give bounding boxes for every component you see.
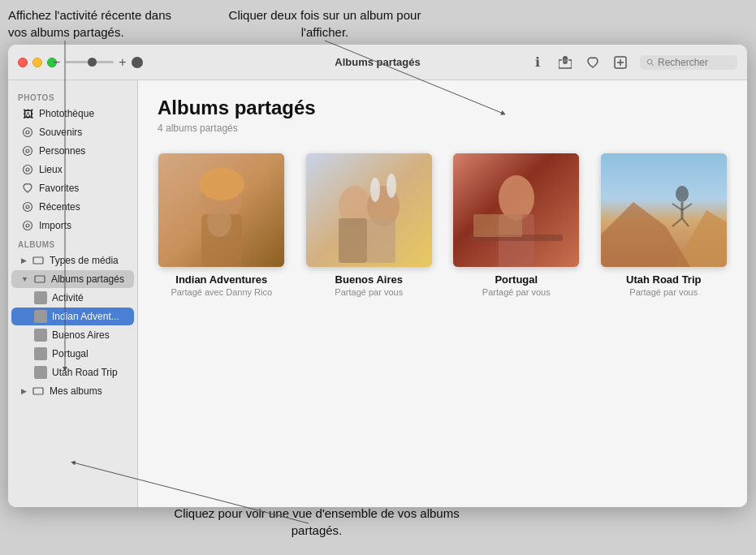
portugal-thumbnail — [34, 347, 47, 360]
search-box[interactable] — [640, 55, 737, 70]
album-indian-shared: Partagé avec Danny Rico — [171, 287, 272, 297]
zoom-slider-track[interactable] — [65, 61, 114, 63]
album-utah-name: Utah Road Trip — [626, 273, 701, 286]
albums-partages-icon — [33, 273, 46, 286]
search-icon — [646, 58, 654, 67]
buenos-thumbnail — [34, 329, 47, 342]
album-indian-thumb — [158, 153, 284, 267]
sidebar-item-phototheque[interactable]: 🖼 Photothèque — [11, 105, 134, 123]
view-mode-button[interactable] — [132, 57, 143, 68]
svg-point-30 — [370, 178, 380, 202]
album-portugal-name: Portugal — [495, 273, 538, 286]
personnes-icon — [21, 144, 34, 157]
window-title: Albums partagés — [335, 56, 420, 68]
close-button[interactable] — [18, 58, 28, 67]
add-button[interactable] — [612, 54, 629, 71]
page-subtitle: 4 albums partagés — [158, 123, 728, 134]
svg-rect-18 — [35, 276, 45, 282]
zoom-out-button[interactable]: − — [53, 55, 60, 70]
recentes-icon — [21, 200, 34, 213]
sidebar: Photos 🖼 Photothèque Souvenirs Personnes — [8, 80, 138, 507]
traffic-lights — [18, 58, 57, 67]
svg-point-16 — [26, 224, 29, 227]
svg-point-8 — [26, 131, 29, 134]
svg-point-15 — [24, 222, 32, 230]
sidebar-item-souvenirs[interactable]: Souvenirs — [11, 123, 134, 141]
album-portugal-thumb — [453, 153, 579, 267]
albums-grid: Indian Adventures Partagé avec Danny Ric… — [158, 153, 728, 297]
album-indian-name: Indian Adventures — [175, 273, 267, 286]
titlebar: − + Albums partagés ℹ — [8, 45, 747, 80]
album-portugal[interactable]: Portugal Partagé par vous — [452, 153, 581, 297]
sidebar-item-buenos[interactable]: Buenos Aires — [11, 326, 134, 344]
svg-rect-29 — [367, 218, 395, 263]
annotation-top-left: Affichez l'activité récente dans vos alb… — [8, 6, 187, 41]
sidebar-item-personnes[interactable]: Personnes — [11, 142, 134, 160]
sidebar-section-albums: Albums — [8, 235, 137, 251]
annotation-bottom: Cliquez pour voir une vue d'ensemble de … — [162, 505, 471, 539]
heart-button[interactable] — [585, 54, 601, 71]
album-utah-thumb — [601, 153, 727, 267]
svg-point-40 — [676, 186, 689, 202]
main-content: Albums partagés 4 albums partagés — [138, 80, 747, 507]
zoom-slider-thumb[interactable] — [88, 58, 97, 67]
svg-point-33 — [499, 175, 534, 221]
indian-thumbnail — [34, 310, 47, 323]
zoom-in-button[interactable]: + — [119, 55, 126, 70]
svg-point-7 — [24, 128, 32, 137]
zoom-slider-area: − + — [53, 55, 143, 70]
svg-line-6 — [651, 63, 654, 66]
sidebar-item-favorites[interactable]: Favorites — [11, 179, 134, 197]
chevron-down-icon: ▼ — [21, 275, 28, 283]
imports-icon — [21, 219, 34, 232]
sidebar-item-recentes[interactable]: Récentes — [11, 198, 134, 216]
svg-point-9 — [24, 147, 32, 156]
album-utah[interactable]: Utah Road Trip Partagé par vous — [600, 153, 728, 297]
album-portugal-shared: Partagé par vous — [482, 287, 551, 297]
sidebar-item-mes-albums[interactable]: ▶ Mes albums — [11, 382, 134, 400]
info-button[interactable]: ℹ — [529, 54, 546, 71]
search-input[interactable] — [658, 57, 731, 68]
chevron-right-icon: ▶ — [21, 256, 27, 265]
sidebar-item-portugal[interactable]: Portugal — [11, 345, 134, 363]
photo-icon: 🖼 — [21, 107, 34, 120]
share-button[interactable] — [557, 54, 573, 71]
svg-point-10 — [26, 149, 29, 153]
activite-thumbnail — [34, 291, 47, 304]
svg-point-14 — [26, 205, 29, 209]
svg-point-31 — [387, 174, 396, 198]
heart-icon — [21, 182, 34, 195]
svg-point-13 — [24, 203, 32, 212]
souvenirs-icon — [21, 126, 34, 139]
types-icon — [32, 254, 45, 267]
sidebar-item-activite[interactable]: Activité — [11, 289, 134, 307]
chevron-right-icon-2: ▶ — [21, 387, 27, 395]
svg-rect-17 — [33, 257, 43, 264]
album-buenos[interactable]: Buenos Aires Partagé par vous — [305, 153, 434, 297]
sidebar-item-utah[interactable]: Utah Road Trip — [11, 364, 134, 381]
page-title: Albums partagés — [158, 97, 728, 119]
minimize-button[interactable] — [32, 58, 42, 67]
app-window: − + Albums partagés ℹ — [8, 45, 747, 507]
sidebar-item-albums-partages[interactable]: ▼ Albums partagés — [11, 270, 134, 288]
svg-point-23 — [199, 168, 244, 200]
svg-point-11 — [24, 166, 32, 174]
album-indian[interactable]: Indian Adventures Partagé avec Danny Ric… — [158, 153, 286, 297]
album-buenos-thumb — [306, 153, 432, 267]
sidebar-item-imports[interactable]: Imports — [11, 217, 134, 234]
svg-rect-36 — [473, 214, 522, 237]
album-utah-shared: Partagé par vous — [629, 287, 698, 297]
album-buenos-name: Buenos Aires — [335, 273, 403, 286]
svg-point-5 — [647, 59, 652, 64]
sidebar-item-lieux[interactable]: Lieux — [11, 161, 134, 179]
utah-thumbnail — [34, 366, 47, 379]
sidebar-item-indian[interactable]: Indian Advent... — [11, 308, 134, 325]
svg-point-24 — [207, 208, 231, 237]
svg-point-12 — [26, 168, 29, 171]
titlebar-controls: ℹ — [529, 54, 737, 71]
sidebar-item-types[interactable]: ▶ Types de média — [11, 252, 134, 269]
album-buenos-shared: Partagé par vous — [335, 287, 403, 297]
svg-rect-28 — [339, 218, 367, 263]
sidebar-section-photos: Photos — [8, 88, 137, 104]
lieux-icon — [21, 163, 34, 176]
